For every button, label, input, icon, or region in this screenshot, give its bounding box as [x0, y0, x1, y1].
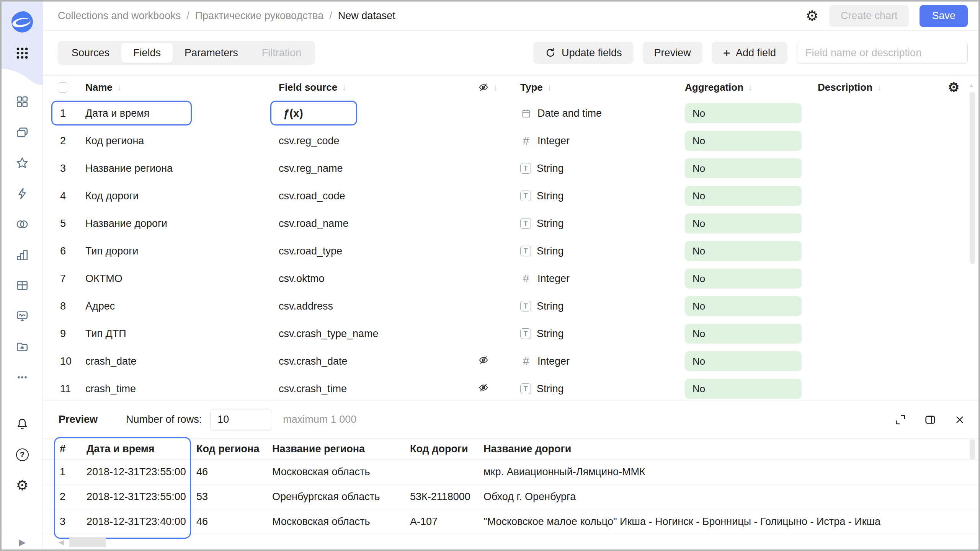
field-type-cell[interactable]: TString: [520, 218, 685, 230]
field-type-cell[interactable]: TString: [520, 300, 685, 312]
preview-column-header[interactable]: Название дороги: [483, 443, 978, 455]
horizontal-scroll-thumb[interactable]: [69, 537, 106, 547]
field-type-cell[interactable]: #Integer: [520, 355, 685, 368]
aggregation-select[interactable]: No: [685, 351, 802, 371]
field-row[interactable]: 9Тип ДТПcsv.crash_type_nameTStringNo: [43, 320, 978, 347]
field-row[interactable]: 5Название дорогиcsv.road_nameTStringNo: [43, 210, 978, 237]
aggregation-select[interactable]: No: [685, 131, 802, 151]
field-row[interactable]: 6Тип дорогиcsv.road_typeTStringNo: [43, 237, 978, 265]
rows-count-input[interactable]: [210, 409, 272, 430]
preview-vertical-scrollbar[interactable]: [970, 439, 975, 460]
nav-connections-icon[interactable]: [2, 209, 43, 240]
field-type-cell[interactable]: Date and time: [520, 108, 685, 119]
field-source-cell[interactable]: csv.crash_type_name: [279, 328, 478, 340]
field-name-cell[interactable]: ОКТМО: [85, 273, 279, 285]
aggregation-select[interactable]: No: [685, 324, 802, 344]
aggregation-select[interactable]: No: [685, 103, 802, 123]
aggregation-select[interactable]: No: [685, 296, 802, 316]
field-source-cell[interactable]: csv.oktmo: [279, 273, 478, 285]
field-source-cell[interactable]: csv.address: [279, 300, 478, 312]
close-preview-icon[interactable]: [954, 414, 965, 425]
field-source-cell[interactable]: csv.road_code: [279, 190, 478, 202]
column-header-name[interactable]: Name ↓: [85, 82, 279, 93]
field-name-cell[interactable]: Название региона: [85, 163, 279, 174]
table-settings-icon[interactable]: ⚙: [948, 81, 959, 94]
help-icon[interactable]: ?: [16, 447, 29, 462]
fields-vertical-scrollbar[interactable]: [970, 92, 975, 264]
breadcrumb-item[interactable]: Collections and workbooks: [58, 10, 181, 22]
preview-column-header[interactable]: #: [60, 443, 87, 455]
nav-editor-icon[interactable]: [2, 178, 43, 209]
field-source-cell[interactable]: csv.road_name: [279, 218, 478, 230]
field-name-cell[interactable]: crash_date: [85, 355, 279, 367]
settings-icon[interactable]: ⚙: [16, 478, 28, 493]
save-button[interactable]: Save: [920, 5, 968, 27]
field-row[interactable]: 2Код регионаcsv.reg_code#IntegerNo: [43, 127, 978, 155]
field-name-cell[interactable]: Адрес: [85, 300, 279, 312]
field-type-cell[interactable]: #Integer: [520, 134, 685, 147]
field-name-cell[interactable]: Код дороги: [85, 190, 279, 202]
nav-storage-icon[interactable]: [2, 331, 43, 362]
column-header-hidden[interactable]: ↓: [478, 82, 520, 93]
field-source-cell[interactable]: csv.crash_time: [279, 383, 478, 395]
scroll-left-icon[interactable]: ◀: [59, 538, 64, 546]
breadcrumb-item[interactable]: Практические руководства: [195, 10, 323, 22]
nav-charts-icon[interactable]: [2, 240, 43, 270]
field-source-cell[interactable]: csv.road_type: [279, 245, 478, 257]
fullscreen-icon[interactable]: [894, 414, 906, 426]
field-row[interactable]: 10crash_datecsv.crash_date#IntegerNo: [43, 347, 978, 375]
column-header-aggregation[interactable]: Aggregation ↓: [685, 82, 818, 93]
create-chart-button[interactable]: Create chart: [829, 5, 909, 27]
side-panel-icon[interactable]: [924, 414, 936, 426]
preview-column-header[interactable]: Код региона: [196, 443, 272, 455]
breadcrumb-item[interactable]: New dataset: [338, 10, 395, 22]
field-row[interactable]: 3Название регионаcsv.reg_nameTStringNo: [43, 155, 978, 182]
nav-more-icon[interactable]: [2, 362, 43, 393]
aggregation-select[interactable]: No: [685, 241, 802, 261]
field-name-cell[interactable]: crash_time: [85, 383, 279, 395]
field-type-cell[interactable]: TString: [520, 383, 685, 395]
scroll-up-icon[interactable]: ▲: [969, 82, 974, 88]
tab-sources[interactable]: Sources: [60, 43, 121, 63]
field-row[interactable]: 4Код дорогиcsv.road_codeTStringNo: [43, 182, 978, 210]
field-type-cell[interactable]: #Integer: [520, 272, 685, 285]
field-source-cell[interactable]: csv.crash_date: [279, 355, 478, 367]
aggregation-select[interactable]: No: [685, 379, 802, 399]
notifications-bell-icon[interactable]: [15, 416, 29, 432]
field-name-cell[interactable]: Тип дороги: [85, 245, 279, 257]
column-header-type[interactable]: Type ↓: [520, 82, 685, 93]
field-row[interactable]: 8Адресcsv.addressTStringNo: [43, 292, 978, 320]
preview-toggle-button[interactable]: Preview: [643, 42, 702, 64]
field-source-cell[interactable]: csv.reg_name: [279, 163, 478, 174]
nav-collections-icon[interactable]: [2, 117, 43, 148]
select-all-checkbox[interactable]: [58, 82, 68, 93]
field-search-input[interactable]: [797, 42, 968, 64]
apps-grid-icon[interactable]: [15, 46, 29, 62]
preview-column-header[interactable]: Дата и время: [87, 443, 196, 455]
update-fields-button[interactable]: Update fields: [533, 42, 634, 64]
field-row[interactable]: 1Дата и времяƒ(x)Date and timeNo: [43, 99, 978, 127]
field-source-cell[interactable]: ƒ(x): [279, 107, 478, 120]
field-type-cell[interactable]: TString: [520, 190, 685, 202]
add-field-button[interactable]: + Add field: [712, 42, 787, 64]
aggregation-select[interactable]: No: [685, 214, 802, 233]
field-row[interactable]: 11crash_timecsv.crash_timeTStringNo: [43, 375, 978, 401]
nav-datasets-icon[interactable]: [2, 270, 43, 301]
expand-sidebar-button[interactable]: ▶: [2, 535, 43, 549]
nav-dashboards-icon[interactable]: [2, 86, 43, 117]
nav-monitoring-icon[interactable]: [2, 301, 43, 331]
tab-parameters[interactable]: Parameters: [173, 43, 250, 63]
dataset-settings-icon[interactable]: ⚙: [806, 9, 818, 23]
aggregation-select[interactable]: No: [685, 186, 802, 206]
field-row[interactable]: 7ОКТМОcsv.oktmo#IntegerNo: [43, 265, 978, 292]
column-header-field-source[interactable]: Field source ↓: [279, 82, 478, 93]
field-type-cell[interactable]: TString: [520, 328, 685, 340]
field-source-cell[interactable]: csv.reg_code: [279, 135, 478, 147]
field-name-cell[interactable]: Тип ДТП: [85, 328, 279, 340]
nav-favorites-icon[interactable]: [2, 148, 43, 178]
preview-column-header[interactable]: Код дороги: [410, 443, 483, 455]
tab-filtration[interactable]: Filtration: [250, 43, 314, 63]
tab-fields[interactable]: Fields: [121, 43, 173, 63]
datalens-logo[interactable]: [11, 11, 33, 34]
aggregation-select[interactable]: No: [685, 269, 802, 289]
